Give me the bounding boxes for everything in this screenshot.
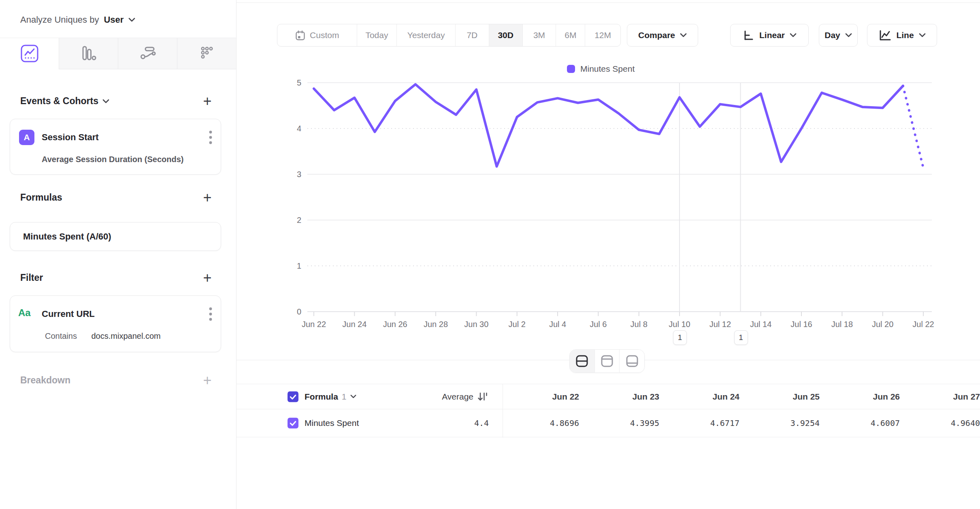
- add-breakdown-button[interactable]: +: [200, 373, 215, 388]
- y-axis-label: 3: [297, 170, 301, 179]
- scale-button[interactable]: Linear: [730, 24, 809, 47]
- x-axis-label: Jul 20: [872, 320, 893, 329]
- date-range-option-custom[interactable]: Custom: [277, 24, 357, 46]
- add-formula-button[interactable]: +: [200, 190, 215, 205]
- x-axis-label: Jun 24: [342, 320, 366, 329]
- table-column-header-jun-23[interactable]: Jun 23: [594, 384, 659, 409]
- results-table: Formula 1 Average Jun 22Jun 23Jun 24Jun …: [236, 384, 980, 438]
- granularity-button[interactable]: Day: [819, 24, 858, 47]
- formulas-heading: Formulas: [20, 192, 62, 203]
- x-axis-label: Jul 6: [590, 320, 607, 329]
- formula-dropdown[interactable]: Formula 1: [305, 384, 356, 409]
- filter-kebab-menu[interactable]: [208, 306, 213, 322]
- add-filter-button[interactable]: +: [200, 271, 215, 285]
- line-chart[interactable]: 543210Jun 22Jun 24Jun 26Jun 28Jun 30Jul …: [236, 61, 980, 363]
- x-axis-label: Jul 8: [631, 320, 648, 329]
- filter-value[interactable]: docs.mixpanel.com: [92, 331, 161, 340]
- row-checkbox[interactable]: [288, 418, 298, 429]
- formula-name[interactable]: Minutes Spent (A/60): [23, 222, 111, 250]
- formula-card[interactable]: Minutes Spent (A/60): [10, 222, 221, 251]
- filter-operator[interactable]: Contains: [45, 331, 77, 340]
- select-all-checkbox[interactable]: [288, 391, 298, 402]
- x-axis-label: Jul 2: [509, 320, 526, 329]
- event-name[interactable]: Session Start: [42, 132, 99, 143]
- filter-condition[interactable]: Contains docs.mixpanel.com: [45, 331, 161, 341]
- analyze-value-dropdown[interactable]: User: [104, 15, 124, 25]
- tab-flows[interactable]: [118, 38, 177, 69]
- row-average-value: 4.4: [408, 409, 489, 437]
- filter-card-current-url[interactable]: Aa Current URL Contains docs.mixpanel.co…: [10, 295, 221, 352]
- x-axis-label: Jul 12: [709, 320, 731, 329]
- query-builder-sidebar: Analyze Uniques by User: [0, 0, 236, 509]
- table-cell-value: 4.6007: [835, 409, 900, 437]
- chevron-down-icon: [919, 33, 926, 37]
- add-event-button[interactable]: +: [200, 94, 215, 109]
- date-range-option-yesterday[interactable]: Yesterday: [396, 24, 455, 46]
- chevron-down-icon: [350, 395, 356, 398]
- tab-insights-line[interactable]: [0, 38, 59, 69]
- series-line-minutes-spent[interactable]: [314, 84, 903, 167]
- date-range-option-12m[interactable]: 12M: [585, 24, 620, 46]
- date-range-option-6m[interactable]: 6M: [556, 24, 585, 46]
- chevron-down-icon: [790, 33, 797, 37]
- annotation-badge-2[interactable]: 1: [734, 330, 748, 345]
- series-line-incomplete-segment[interactable]: [903, 86, 923, 168]
- average-column-header[interactable]: Average: [390, 384, 489, 409]
- split-view-icon: [575, 354, 589, 368]
- chevron-down-icon: [680, 33, 687, 37]
- compare-button[interactable]: Compare: [627, 24, 698, 47]
- table-cell-value: 3.9254: [755, 409, 820, 437]
- breakdown-heading: Breakdown: [20, 375, 70, 386]
- chart-type-tabstrip: [0, 38, 236, 69]
- table-cell-value: 4.3995: [594, 409, 659, 437]
- tab-metrics-grid[interactable]: [177, 38, 236, 69]
- date-range-option-today[interactable]: Today: [357, 24, 397, 46]
- chart-type-button[interactable]: Line: [867, 24, 937, 47]
- event-metric[interactable]: Average Session Duration (Seconds): [42, 155, 183, 164]
- x-axis-label: Jul 16: [790, 320, 812, 329]
- bar-chart-icon: [79, 44, 98, 63]
- analyze-uniques-row: Analyze Uniques by User: [20, 15, 135, 25]
- annotation-badge-1[interactable]: 1: [673, 330, 687, 345]
- layout-chart-only-button[interactable]: [594, 350, 620, 372]
- x-axis-label: Jun 22: [302, 320, 326, 329]
- table-column-header-jun-22[interactable]: Jun 22: [514, 384, 579, 409]
- table-column-header-jun-25[interactable]: Jun 25: [755, 384, 820, 409]
- table-column-header-jun-24[interactable]: Jun 24: [675, 384, 739, 409]
- x-axis-label: Jun 26: [383, 320, 407, 329]
- tab-bar-chart[interactable]: [59, 38, 118, 69]
- layout-split-view-button[interactable]: [570, 350, 594, 372]
- x-axis-label: Jun 28: [424, 320, 448, 329]
- sort-descending-icon: [477, 391, 489, 402]
- y-axis-label: 4: [297, 124, 301, 133]
- table-header-row: Formula 1 Average Jun 22Jun 23Jun 24Jun …: [236, 384, 980, 409]
- x-axis-label: Jul 4: [549, 320, 566, 329]
- kebab-icon: [209, 306, 213, 322]
- date-range-option-7d[interactable]: 7D: [455, 24, 489, 46]
- event-letter-badge: A: [19, 130, 34, 145]
- kebab-icon: [209, 130, 213, 145]
- chevron-down-icon[interactable]: [102, 99, 109, 103]
- linear-scale-icon: [742, 29, 754, 41]
- x-axis-label: Jul 14: [750, 320, 771, 329]
- chevron-down-icon: [845, 33, 852, 37]
- layout-toggle: [569, 349, 645, 373]
- table-cell-value: 4.9640: [915, 409, 980, 437]
- filter-property-name[interactable]: Current URL: [42, 309, 95, 319]
- table-column-header-jun-26[interactable]: Jun 26: [835, 384, 900, 409]
- event-card-session-start[interactable]: A Session Start Average Session Duration…: [10, 119, 221, 175]
- chevron-down-icon[interactable]: [128, 18, 135, 22]
- insights-line-icon: [20, 44, 39, 63]
- x-axis-label: Jun 30: [464, 320, 488, 329]
- y-axis-label: 1: [297, 261, 301, 270]
- layout-table-only-button[interactable]: [619, 350, 644, 372]
- date-range-option-30d[interactable]: 30D: [489, 24, 522, 46]
- top-panel-icon: [600, 354, 614, 368]
- date-range-control: CustomTodayYesterday7D30D3M6M12M: [277, 24, 621, 47]
- line-chart-icon: [878, 29, 891, 41]
- event-kebab-menu[interactable]: [208, 130, 213, 145]
- analyze-label: Analyze Uniques by: [20, 15, 99, 25]
- metrics-grid-icon: [198, 44, 216, 63]
- date-range-option-3m[interactable]: 3M: [522, 24, 556, 46]
- table-column-header-jun-27[interactable]: Jun 27: [915, 384, 980, 409]
